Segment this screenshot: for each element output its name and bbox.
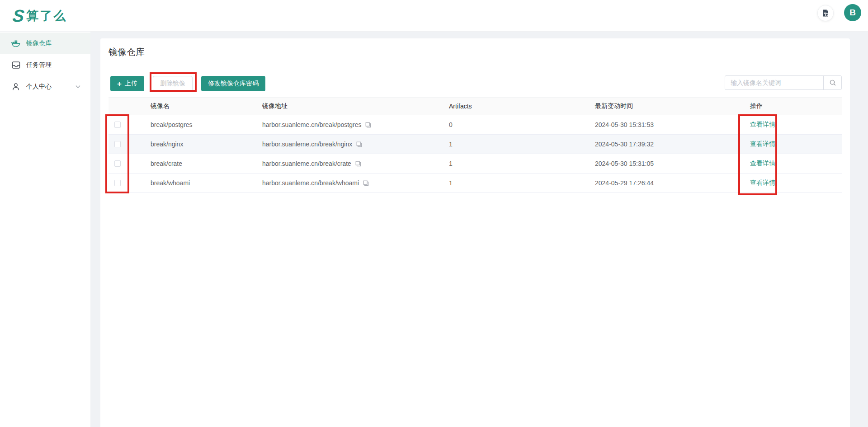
table-row: break/postgres harbor.suanleme.cn/break/… — [108, 115, 842, 135]
row-checkbox[interactable] — [114, 141, 121, 147]
sidebar-item-label: 任务管理 — [26, 61, 52, 69]
logo-wordmark: 算了么 — [26, 8, 67, 24]
sidebar-item-task-management[interactable]: 任务管理 — [0, 54, 90, 76]
view-details-link[interactable]: 查看详情 — [750, 140, 775, 147]
checkbox-cell — [108, 115, 145, 135]
actions-cell: 查看详情 — [744, 115, 842, 135]
artifacts-cell: 1 — [443, 174, 589, 193]
row-checkbox[interactable] — [114, 180, 121, 186]
column-header-updated: 最新变动时间 — [589, 98, 744, 115]
image-address-cell: harbor.suanleme.cn/break/nginx — [256, 135, 443, 154]
change-repo-password-button[interactable]: 修改镜像仓库密码 — [201, 76, 265, 91]
image-address-cell: harbor.suanleme.cn/break/postgres — [256, 115, 443, 135]
artifacts-cell: 1 — [443, 154, 589, 174]
toolbar: + 上传 删除镜像 修改镜像仓库密码 — [110, 76, 265, 91]
top-header: S 算了么 B — [0, 0, 868, 32]
search-icon — [829, 79, 836, 86]
table-row: break/crate harbor.suanleme.cn/break/cra… — [108, 154, 842, 174]
checkbox-cell — [108, 154, 145, 174]
table-header: 镜像名 镜像地址 Artifacts 最新变动时间 操作 — [108, 98, 842, 115]
row-checkbox[interactable] — [114, 160, 121, 167]
search-button[interactable] — [823, 76, 841, 89]
artifacts-cell: 0 — [443, 115, 589, 135]
file-search-button[interactable] — [817, 5, 834, 21]
avatar-initial: B — [849, 8, 856, 18]
sidebar-item-personal-center[interactable]: 个人中心 — [0, 76, 90, 98]
column-header-actions: 操作 — [744, 98, 842, 115]
image-name-cell: break/whoami — [145, 174, 256, 193]
column-header-artifacts: Artifacts — [443, 98, 589, 115]
column-header-name: 镜像名 — [145, 98, 256, 115]
row-checkbox[interactable] — [114, 122, 121, 128]
copy-icon[interactable] — [355, 161, 361, 167]
image-address-cell: harbor.suanleme.cn/break/crate — [256, 154, 443, 174]
actions-cell: 查看详情 — [744, 135, 842, 154]
sidebar-item-label: 镜像仓库 — [26, 39, 52, 47]
actions-cell: 查看详情 — [744, 154, 842, 174]
change-password-label: 修改镜像仓库密码 — [208, 80, 259, 88]
image-name-cell: break/crate — [145, 154, 256, 174]
select-all-header-cell — [108, 98, 145, 115]
actions-cell: 查看详情 — [744, 174, 842, 193]
app-logo[interactable]: S 算了么 — [13, 0, 67, 32]
table-row: break/whoami harbor.suanleme.cn/break/wh… — [108, 174, 842, 193]
column-header-address: 镜像地址 — [256, 98, 443, 115]
sidebar-item-label: 个人中心 — [26, 83, 52, 91]
updated-time-cell: 2024-05-29 17:26:44 — [589, 174, 744, 193]
view-details-link[interactable]: 查看详情 — [750, 121, 775, 128]
updated-time-cell: 2024-05-30 15:31:05 — [589, 154, 744, 174]
sidebar: 镜像仓库 任务管理 个人中心 — [0, 32, 90, 427]
image-name-cell: break/postgres — [145, 115, 256, 135]
plus-icon: + — [117, 80, 122, 88]
table-row: break/nginx harbor.suanleme.cn/break/ngi… — [108, 135, 842, 154]
copy-icon[interactable] — [363, 180, 369, 186]
delete-button-label: 删除镜像 — [160, 80, 185, 88]
image-address-cell: harbor.suanleme.cn/break/whoami — [256, 174, 443, 193]
updated-time-cell: 2024-05-30 15:31:53 — [589, 115, 744, 135]
file-search-icon — [821, 9, 830, 18]
upload-button-label: 上传 — [125, 80, 137, 88]
upload-button[interactable]: + 上传 — [110, 76, 144, 91]
delete-image-button[interactable]: 删除镜像 — [153, 76, 193, 91]
image-repository-panel: 镜像仓库 + 上传 删除镜像 修改镜像仓库密码 — [100, 38, 850, 427]
search-input[interactable] — [725, 76, 823, 89]
view-details-link[interactable]: 查看详情 — [750, 179, 775, 186]
user-avatar[interactable]: B — [844, 4, 861, 21]
chevron-down-icon — [75, 85, 80, 89]
docker-whale-icon — [11, 40, 20, 47]
updated-time-cell: 2024-05-30 17:39:32 — [589, 135, 744, 154]
search-box — [725, 75, 842, 90]
checkbox-cell — [108, 174, 145, 193]
inbox-icon — [11, 61, 20, 69]
image-name-cell: break/nginx — [145, 135, 256, 154]
user-icon — [11, 83, 20, 91]
table-body: break/postgres harbor.suanleme.cn/break/… — [108, 115, 842, 193]
artifacts-cell: 1 — [443, 135, 589, 154]
page-title: 镜像仓库 — [108, 46, 145, 58]
logo-s-mark: S — [12, 7, 24, 24]
view-details-link[interactable]: 查看详情 — [750, 160, 775, 167]
checkbox-cell — [108, 135, 145, 154]
copy-icon[interactable] — [356, 141, 362, 147]
copy-icon[interactable] — [365, 122, 371, 128]
image-table: 镜像名 镜像地址 Artifacts 最新变动时间 操作 break/postg… — [108, 97, 842, 193]
sidebar-item-image-repository[interactable]: 镜像仓库 — [0, 33, 90, 54]
